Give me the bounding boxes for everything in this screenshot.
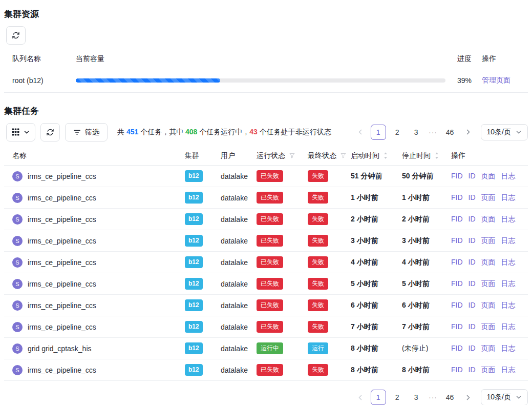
pagination-page-3[interactable]: 3	[409, 125, 424, 140]
fid-link[interactable]: FID	[451, 215, 463, 223]
log-link[interactable]: 日志	[501, 193, 516, 201]
task-name: irms_ce_pipeline_ccs	[28, 366, 96, 374]
final-status-badge: 失败	[308, 256, 328, 268]
log-link[interactable]: 日志	[501, 236, 516, 245]
avatar: S	[12, 365, 23, 375]
pagination-prev-icon[interactable]	[354, 125, 367, 140]
stop-time: 4 小时前	[398, 252, 445, 273]
pagination-next-icon[interactable]	[461, 390, 475, 405]
col-progress: 进度	[453, 49, 478, 69]
sorter-icon[interactable]	[383, 152, 388, 159]
run-status-badge: 已失败	[257, 256, 283, 268]
table-row: S irms_ce_pipeline_ccs b12 datalake 已失败 …	[4, 166, 528, 187]
fid-link[interactable]: FID	[451, 322, 463, 331]
resources-refresh-button[interactable]	[6, 26, 26, 45]
tasks-section-title: 集群任务	[4, 105, 528, 117]
id-link[interactable]: ID	[469, 215, 476, 223]
stop-time: (未停止)	[398, 338, 445, 359]
user-name: datalake	[217, 230, 252, 252]
pagination-prev-icon[interactable]	[354, 390, 367, 405]
pagination-page-1[interactable]: 1	[371, 390, 386, 405]
log-link[interactable]: 日志	[501, 322, 516, 331]
pagination-page-46[interactable]: 46	[442, 125, 458, 140]
page-link[interactable]: 页面	[481, 172, 496, 180]
id-link[interactable]: ID	[469, 279, 476, 288]
stop-time: 6 小时前	[398, 295, 445, 316]
page-link[interactable]: 页面	[481, 236, 496, 245]
id-link[interactable]: ID	[469, 236, 476, 245]
col-run-status-label: 运行状态	[257, 151, 285, 160]
page-link[interactable]: 页面	[481, 322, 496, 331]
log-link[interactable]: 日志	[501, 258, 516, 266]
pagination-next-icon[interactable]	[461, 125, 475, 140]
log-link[interactable]: 日志	[501, 344, 516, 352]
id-link[interactable]: ID	[469, 322, 476, 331]
id-link[interactable]: ID	[469, 258, 476, 266]
resources-table: 队列名称 当前容量 进度 操作 root (b12) 39% 管理页面	[4, 49, 528, 93]
pagination-page-3[interactable]: 3	[409, 390, 424, 405]
fid-link[interactable]: FID	[451, 279, 463, 288]
chevron-down-icon	[516, 394, 522, 400]
page-size-select[interactable]: 10条/页	[481, 389, 528, 405]
id-link[interactable]: ID	[469, 193, 476, 201]
summary-text: 共	[117, 128, 126, 136]
fid-link[interactable]: FID	[451, 236, 463, 245]
filter-funnel-icon[interactable]	[340, 152, 347, 159]
filter-button[interactable]: 筛选	[65, 123, 108, 141]
user-name: datalake	[217, 338, 252, 359]
fid-link[interactable]: FID	[451, 172, 463, 180]
final-status-badge: 失败	[308, 299, 328, 311]
table-row: S irms_ce_pipeline_ccs b12 datalake 已失败 …	[4, 359, 528, 381]
cluster-badge: b12	[185, 299, 203, 311]
pagination-page-46[interactable]: 46	[442, 390, 458, 405]
id-link[interactable]: ID	[469, 301, 476, 309]
cluster-badge: b12	[185, 192, 203, 203]
user-name: datalake	[217, 187, 252, 209]
fid-link[interactable]: FID	[451, 258, 463, 266]
id-link[interactable]: ID	[469, 366, 476, 374]
log-link[interactable]: 日志	[501, 172, 516, 180]
log-link[interactable]: 日志	[501, 301, 516, 309]
tasks-refresh-button[interactable]	[40, 123, 60, 141]
user-name: datalake	[217, 252, 252, 273]
page-size-select[interactable]: 10条/页	[481, 124, 528, 140]
run-status-badge: 已失败	[257, 213, 283, 225]
id-link[interactable]: ID	[469, 344, 476, 352]
page-link[interactable]: 页面	[481, 215, 496, 223]
non-running-tasks-count: 43	[249, 128, 258, 136]
fid-link[interactable]: FID	[451, 193, 463, 201]
log-link[interactable]: 日志	[501, 215, 516, 223]
log-link[interactable]: 日志	[501, 366, 516, 374]
manage-page-link[interactable]: 管理页面	[482, 76, 510, 84]
capacity-progress-fill	[76, 78, 220, 83]
layout-grid-button[interactable]	[6, 123, 35, 141]
task-name: irms_ce_pipeline_ccs	[28, 301, 96, 310]
pagination-ellipsis[interactable]: ···	[428, 128, 439, 136]
run-status-badge: 已失败	[257, 321, 283, 332]
tasks-summary: 共 451 个任务，其中 408 个任务运行中，43 个任务处于非运行状态	[117, 128, 331, 137]
page-link[interactable]: 页面	[481, 301, 496, 309]
page-link[interactable]: 页面	[481, 193, 496, 201]
fid-link[interactable]: FID	[451, 344, 463, 352]
fid-link[interactable]: FID	[451, 366, 463, 374]
refresh-icon	[46, 128, 54, 136]
table-row: S irms_ce_pipeline_ccs b12 datalake 已失败 …	[4, 295, 528, 316]
capacity-progress-bar	[76, 78, 445, 83]
log-link[interactable]: 日志	[501, 279, 516, 288]
page-link[interactable]: 页面	[481, 366, 496, 374]
pagination-ellipsis[interactable]: ···	[428, 393, 439, 401]
page-link[interactable]: 页面	[481, 258, 496, 266]
page-link[interactable]: 页面	[481, 279, 496, 288]
refresh-icon	[12, 31, 20, 39]
fid-link[interactable]: FID	[451, 301, 463, 309]
bottom-pagination-row: 1 2 3 ··· 46 10条/页	[4, 389, 528, 405]
filter-funnel-icon[interactable]	[289, 152, 295, 159]
table-row: S irms_ce_pipeline_ccs b12 datalake 已失败 …	[4, 252, 528, 273]
pagination-page-1[interactable]: 1	[371, 125, 386, 140]
id-link[interactable]: ID	[469, 172, 476, 180]
pagination-page-2[interactable]: 2	[390, 125, 405, 140]
pagination-page-2[interactable]: 2	[390, 390, 405, 405]
page-link[interactable]: 页面	[481, 344, 496, 352]
sorter-icon[interactable]	[434, 152, 439, 159]
col-start-time: 启动时间	[347, 147, 398, 166]
